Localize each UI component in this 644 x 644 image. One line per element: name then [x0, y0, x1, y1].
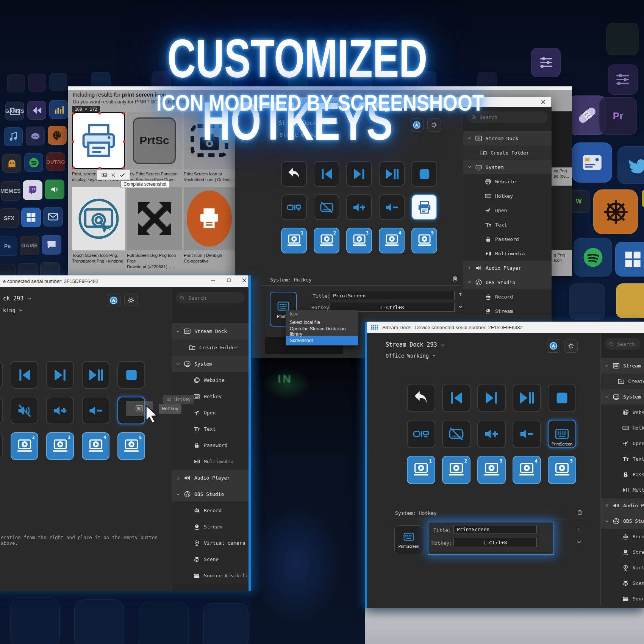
- sidebar-item-hotkey[interactable]: Hotkey: [601, 420, 644, 436]
- sidebar-item-audio-player[interactable]: Audio Player: [172, 470, 249, 486]
- grid-button-page-4[interactable]: 4: [379, 228, 405, 253]
- page-selector[interactable]: Office Working: [386, 353, 436, 359]
- check-icon[interactable]: [119, 172, 125, 178]
- grid-button-page-3[interactable]: 3: [346, 228, 372, 253]
- grid-button-nextpause[interactable]: [513, 384, 541, 412]
- grid-button-prev[interactable]: [314, 161, 339, 187]
- sidebar-item-scene[interactable]: Scene: [172, 551, 249, 567]
- menu-item-screenshot[interactable]: Screenshot: [286, 336, 358, 345]
- chevron-down-icon[interactable]: [458, 304, 463, 309]
- menu-item-open-icon-library[interactable]: Open the Stream Dock icon library: [286, 327, 358, 336]
- sidebar-item-source-visibility[interactable]: Source Visibility: [601, 591, 644, 606]
- sidebar-item-text[interactable]: Text: [601, 451, 644, 467]
- sidebar-item-record[interactable]: RECRecord: [601, 529, 644, 544]
- sidebar-item-stream-dock[interactable]: Stream Dock: [172, 323, 249, 339]
- grid-button-vol-up[interactable]: [46, 397, 74, 424]
- sidebar-item-website[interactable]: Website: [601, 405, 644, 420]
- image-icon[interactable]: [101, 172, 107, 178]
- sidebar-item-source-visibility[interactable]: Source Visibility: [172, 567, 249, 584]
- grid-button-page-5[interactable]: 5: [117, 432, 145, 460]
- sidebar-item-stream-dock[interactable]: Stream Dock: [601, 358, 644, 374]
- sidebar-item-obs-studio[interactable]: OBS Studio: [463, 275, 552, 289]
- grid-button-sliver[interactable]: [0, 397, 3, 424]
- grid-button-page-4[interactable]: 4: [513, 456, 541, 484]
- title-field-input[interactable]: PrintScreen: [330, 291, 455, 300]
- settings-button[interactable]: [564, 339, 578, 353]
- grid-button-page-4[interactable]: 4: [82, 432, 109, 460]
- grid-button-next[interactable]: [346, 161, 372, 187]
- grid-button-page-2[interactable]: 2: [442, 456, 470, 484]
- sidebar-item-text[interactable]: Text: [172, 421, 249, 437]
- selection-toolbar[interactable]: [97, 170, 130, 180]
- sidebar-item-record[interactable]: RECRecord: [463, 289, 552, 304]
- device-selector[interactable]: ck 293: [3, 295, 32, 302]
- sidebar-item-open[interactable]: Open: [601, 436, 644, 451]
- maximize-icon[interactable]: [226, 277, 232, 283]
- sidebar-item-obs-studio[interactable]: OBS Studio: [601, 513, 644, 529]
- menu-item-select-local-file[interactable]: Select local file: [286, 318, 358, 327]
- grid-button-mute[interactable]: [11, 397, 38, 424]
- device-selector[interactable]: Stream Dock 293: [386, 341, 445, 348]
- grid-button-sliver[interactable]: [0, 361, 3, 389]
- grid-button-page-1[interactable]: 1: [407, 456, 435, 484]
- page-selector[interactable]: king: [3, 307, 23, 313]
- chevron-down-icon[interactable]: [576, 539, 582, 545]
- grid-button-keyboard-big[interactable]: PrintScreen: [548, 420, 576, 448]
- sidebar-item-password[interactable]: Password: [172, 437, 249, 453]
- grid-button-screens[interactable]: [407, 420, 435, 448]
- printscreen-icon-chip[interactable]: PrintScreen: [394, 525, 423, 554]
- grid-button-next[interactable]: [477, 384, 506, 412]
- grid-button-nextpause[interactable]: [82, 361, 109, 389]
- result-image-arrows[interactable]: [127, 187, 182, 250]
- sidebar-item-obs-studio[interactable]: OBS Studio: [172, 486, 249, 502]
- grid-button-prev[interactable]: [11, 361, 38, 389]
- title-field-input[interactable]: PrintScreen: [453, 525, 537, 533]
- sidebar-item-audio-player[interactable]: Audio Player: [463, 261, 552, 275]
- sidebar-item-create-folder[interactable]: Create Folder: [172, 339, 249, 356]
- sidebar-item-stream[interactable]: Stream: [601, 544, 644, 560]
- trash-icon[interactable]: [452, 275, 458, 282]
- text-format-icon[interactable]: T: [576, 526, 582, 532]
- grid-button-vol-down[interactable]: [379, 194, 405, 220]
- sidebar-item-record[interactable]: RECRecord: [172, 502, 249, 519]
- grid-button-page-2[interactable]: 2: [314, 228, 339, 253]
- sidebar-item-virtual-camera[interactable]: Virtual camera: [601, 560, 644, 575]
- grid-button-stop[interactable]: [548, 384, 576, 412]
- hotkey-field-input[interactable]: L-Ctrl+8: [453, 538, 537, 547]
- sidebar-item-stream[interactable]: Stream: [172, 519, 249, 535]
- grid-button-page-1[interactable]: 1: [281, 228, 307, 253]
- grid-button-touchpad-off[interactable]: [314, 194, 339, 220]
- close-icon[interactable]: [111, 172, 116, 178]
- grid-button-page-3[interactable]: 3: [46, 432, 74, 460]
- grid-button-next[interactable]: [46, 361, 74, 389]
- grid-button-printer[interactable]: [411, 194, 437, 220]
- grid-button-vol-up[interactable]: [477, 420, 506, 448]
- sidebar-item-system[interactable]: System: [172, 356, 249, 372]
- sidebar-item-virtual-camera[interactable]: Virtual camera: [172, 535, 249, 551]
- grid-button-page-2[interactable]: 2: [11, 432, 38, 460]
- grid-button-prev[interactable]: [442, 384, 470, 412]
- selection-handle[interactable]: [123, 167, 125, 169]
- result-image-printer-orange[interactable]: [184, 187, 235, 250]
- sidebar-item-multimedia[interactable]: Multimedia: [172, 453, 249, 470]
- grid-button-back[interactable]: [281, 161, 307, 187]
- sidebar-item-website[interactable]: Website: [463, 174, 552, 189]
- sidebar-item-open[interactable]: Open: [172, 405, 249, 421]
- grid-button-vol-down[interactable]: [513, 420, 541, 448]
- settings-button[interactable]: [124, 294, 138, 307]
- sidebar-search-input[interactable]: Search: [176, 292, 245, 303]
- sidebar-item-system[interactable]: System: [601, 389, 644, 405]
- grid-button-page-3[interactable]: 3: [477, 456, 506, 484]
- sidebar-item-hotkey[interactable]: Hotkey: [463, 189, 552, 203]
- upload-button[interactable]: [547, 339, 560, 353]
- sidebar-item-multimedia[interactable]: Multimedia: [601, 482, 644, 498]
- sidebar-item-text[interactable]: Text: [463, 217, 552, 232]
- grid-button-nextpause[interactable]: [379, 161, 405, 187]
- grid-button-page-5[interactable]: 5: [411, 228, 437, 253]
- sidebar-item-multimedia[interactable]: Multimedia: [463, 246, 552, 261]
- result-image-touch[interactable]: [72, 187, 125, 250]
- sidebar-item-audio-player[interactable]: Audio Player: [601, 498, 644, 513]
- sidebar-item-stream[interactable]: Stream: [463, 304, 552, 318]
- grid-button-back[interactable]: [407, 384, 435, 412]
- upload-button[interactable]: [107, 294, 120, 307]
